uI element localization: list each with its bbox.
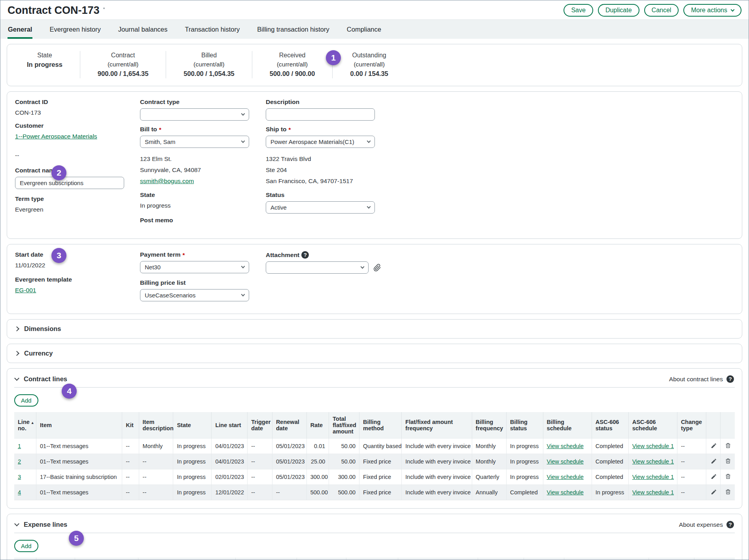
cell-link[interactable]: 1: [18, 443, 21, 449]
column-header-billing-status[interactable]: Billing status: [506, 412, 543, 439]
column-header-total-flat-fixed-amount[interactable]: Total flat/fixed amount: [329, 412, 359, 439]
column-header-asc-606-schedule[interactable]: ASC-606 schedule: [628, 412, 677, 439]
tab-transaction-history[interactable]: Transaction history: [185, 20, 240, 39]
payment-term-select[interactable]: Net30: [140, 261, 249, 273]
help-icon[interactable]: ?: [726, 375, 734, 383]
paperclip-icon[interactable]: [373, 264, 381, 272]
cell-link[interactable]: View schedule: [547, 443, 584, 449]
cell-link[interactable]: View schedule: [547, 458, 584, 465]
column-header-exchange-rate-date[interactable]: Exchange rate date: [138, 558, 235, 560]
ship-to-select[interactable]: Power Aerospace Materials(C1): [266, 136, 375, 148]
save-button[interactable]: Save: [564, 4, 593, 17]
delete-icon[interactable]: [724, 457, 732, 466]
column-header-amount[interactable]: Amount: [297, 558, 346, 560]
edit-icon[interactable]: [710, 457, 718, 466]
cell: In progress: [506, 454, 543, 469]
about-contract-lines-link[interactable]: About contract lines: [669, 376, 723, 383]
cell-link[interactable]: View schedule: [547, 489, 584, 496]
column-header-renewal-date[interactable]: Renewal date: [272, 412, 306, 439]
column-header-start-date[interactable]: Start date: [478, 558, 524, 560]
contract-type-select[interactable]: [140, 108, 249, 121]
customer-label: Customer: [15, 122, 140, 129]
column-header-line-no-[interactable]: Line no.: [14, 558, 36, 560]
column-header-change-type[interactable]: Change type: [677, 412, 706, 439]
column-header-item[interactable]: Item: [36, 412, 122, 439]
status-select[interactable]: Active: [266, 201, 375, 214]
tab-journal-balances[interactable]: Journal balances: [118, 20, 168, 39]
tab-general[interactable]: General: [8, 20, 32, 39]
contract-name-input[interactable]: Evergreen subscriptions: [15, 177, 124, 189]
customer-link[interactable]: 1--Power Aerospace Materials: [15, 133, 97, 140]
cell-link[interactable]: 3: [18, 474, 21, 480]
tab-billing-transaction-history[interactable]: Billing transaction history: [257, 20, 330, 39]
attachment-select[interactable]: [266, 261, 369, 274]
column-header-billing-frequency[interactable]: Billing frequency: [472, 412, 506, 439]
bill-to-email-link[interactable]: ssmith@bogus.com: [140, 178, 194, 184]
column-header-asc-606-status[interactable]: ASC-606 status: [592, 412, 628, 439]
cell: --: [122, 469, 139, 485]
cell-link[interactable]: View schedule 1: [632, 489, 674, 496]
currency-section-toggle[interactable]: Currency: [7, 344, 742, 363]
tab-compliance[interactable]: Compliance: [346, 20, 382, 39]
column-header-base-amount[interactable]: Base amount: [346, 558, 398, 560]
dimensions-section-toggle[interactable]: Dimensions: [7, 319, 742, 339]
chevron-down-icon: [14, 521, 19, 526]
cell-link[interactable]: View schedule: [547, 474, 584, 480]
more-actions-button[interactable]: More actions: [683, 4, 741, 17]
cell: 3: [14, 469, 36, 485]
cancel-button[interactable]: Cancel: [644, 4, 679, 17]
contract-lines-section-toggle[interactable]: Contract lines: [15, 375, 67, 383]
summary-billed: Billed(current/all)500.00 / 1,054.35: [166, 51, 252, 78]
help-icon[interactable]: ?: [301, 251, 309, 259]
cell: --: [248, 469, 272, 485]
status-label: Status: [266, 191, 396, 199]
column-header-flat-fixed-amount-frequency[interactable]: Flat/fixed amount frequency: [402, 412, 472, 439]
column-header-item-description[interactable]: Item description: [139, 412, 173, 439]
add-contract-line-button[interactable]: Add: [14, 394, 38, 407]
column-header-start-date[interactable]: Start date: [649, 558, 694, 560]
column-header-trigger-date[interactable]: Trigger date: [248, 412, 272, 439]
expense-lines-title: Expense lines: [24, 521, 67, 528]
add-expense-line-button[interactable]: Add: [14, 540, 38, 552]
expense-lines-section-toggle[interactable]: Expense lines: [15, 521, 67, 528]
cell: 04/01/2023: [212, 454, 248, 469]
duplicate-button[interactable]: Duplicate: [598, 4, 639, 17]
column-header-legacy-exp-status[interactable]: LEGACY EXP status: [564, 558, 649, 560]
evergreen-template-link[interactable]: EG-001: [15, 287, 36, 293]
schedule-panel: Start date 11/01/2022 Evergreen template…: [7, 244, 742, 314]
chevron-down-icon: [241, 265, 245, 269]
column-header-asc-606-exp-status[interactable]: ASC-606 EXP status: [398, 558, 478, 560]
bill-to-select[interactable]: Smith, Sam: [140, 136, 249, 148]
delete-icon[interactable]: [724, 472, 732, 482]
contract-lines-title: Contract lines: [24, 375, 67, 383]
column-header-billing-schedule[interactable]: Billing schedule: [543, 412, 592, 439]
column-header-end-date[interactable]: End date: [694, 558, 735, 560]
edit-icon[interactable]: [710, 442, 718, 451]
cell-link[interactable]: 2: [18, 458, 21, 465]
delete-icon[interactable]: [724, 488, 732, 497]
column-header-gl-posting-date[interactable]: GL posting date: [75, 558, 138, 560]
column-header-kit[interactable]: Kit: [122, 412, 139, 439]
billing-price-list-select[interactable]: UseCaseScenarios: [140, 289, 249, 301]
description-input[interactable]: [266, 108, 375, 121]
column-header-line-start[interactable]: Line start: [212, 412, 248, 439]
cell: In progress: [173, 469, 212, 485]
cell-link[interactable]: View schedule 1: [632, 474, 674, 480]
about-expenses-link[interactable]: About expenses: [679, 521, 723, 528]
delete-icon[interactable]: [724, 441, 732, 451]
column-header-exchange-rate[interactable]: Exchange rate: [235, 558, 297, 560]
column-header-state[interactable]: State: [173, 412, 212, 439]
cell-link[interactable]: View schedule 1: [632, 458, 674, 465]
tab-evergreen-history[interactable]: Evergreen history: [49, 20, 101, 39]
help-icon[interactable]: ?: [726, 521, 734, 528]
edit-icon[interactable]: [710, 473, 718, 482]
column-header-rate[interactable]: Rate: [306, 412, 329, 439]
column-header-billing-method[interactable]: Billing method: [359, 412, 402, 439]
expense-lines-panel: Expense lines About expenses ? Add Line …: [7, 514, 742, 560]
column-header-item-id[interactable]: Item ID: [36, 558, 75, 560]
cell-link[interactable]: View schedule 1: [632, 443, 674, 449]
edit-icon[interactable]: [710, 488, 718, 497]
cell-link[interactable]: 4: [18, 489, 21, 496]
column-header-end-date[interactable]: End date: [524, 558, 564, 560]
column-header-line-no-[interactable]: Line▲no.: [14, 412, 36, 439]
